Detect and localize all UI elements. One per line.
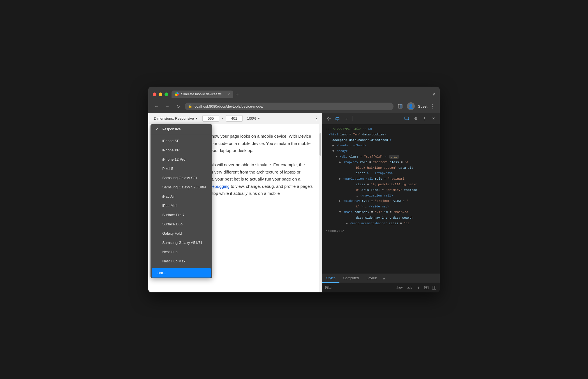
- title-bar: Simulate mobile devices with D × + ∨: [148, 87, 440, 101]
- address-wrapper: 🔒: [185, 103, 393, 110]
- new-tab-button[interactable]: +: [235, 91, 239, 97]
- height-input[interactable]: [226, 115, 243, 122]
- address-bar: ← → ↻ 🔒 👤 Guest ⋮: [148, 101, 440, 113]
- dropdown-item-label: Samsung Galaxy A51/71: [162, 241, 202, 245]
- dropdown-item-ipad-mini[interactable]: iPad Mini: [151, 201, 212, 210]
- page-area: Dimensions: Responsive ▼ × 100% ▼ ⋮ ✓ Re…: [148, 113, 322, 292]
- active-tab[interactable]: Simulate mobile devices with D ×: [172, 91, 233, 98]
- dropdown-item-iphone-se[interactable]: iPhone SE: [151, 136, 212, 145]
- maximize-button[interactable]: [165, 93, 168, 96]
- dropdown-item-galaxy-fold[interactable]: Galaxy Fold: [151, 229, 212, 238]
- tab-styles-label: Styles: [326, 276, 335, 280]
- dom-line-doctype: ··· <!DOCTYPE html> == $0: [326, 126, 436, 132]
- reload-button[interactable]: ↻: [174, 102, 182, 110]
- zoom-arrow-icon: ▼: [258, 117, 260, 120]
- dropdown-item-label: Galaxy Fold: [162, 231, 182, 235]
- devtools-bottom-tabs: Styles Computed Layout »: [322, 274, 440, 283]
- dropdown-item-iphone-12-pro[interactable]: iPhone 12 Pro: [151, 155, 212, 164]
- styles-filter-bar: :hov .cls +: [322, 283, 440, 292]
- dom-line-navrail: ▶ <navigation-rail role = "navigati clas…: [326, 176, 436, 198]
- browser-menu-icon[interactable]: ⋮: [430, 103, 435, 109]
- traffic-lights: [153, 93, 168, 96]
- dropdown-item-label: iPhone XR: [162, 148, 180, 152]
- more-options-button[interactable]: ⋮: [421, 115, 429, 123]
- checkmark-icon: ✓: [156, 127, 159, 131]
- dropdown-item-ipad-air[interactable]: iPad Air: [151, 192, 212, 201]
- svg-rect-5: [405, 117, 409, 120]
- add-style-button[interactable]: +: [416, 285, 421, 290]
- dropdown-item-iphone-xr[interactable]: iPhone XR: [151, 145, 212, 155]
- settings-button[interactable]: ⚙: [412, 115, 420, 123]
- svg-rect-1: [400, 104, 402, 108]
- minimize-button[interactable]: [159, 93, 162, 96]
- toggle-sidebar-button[interactable]: [431, 285, 437, 290]
- more-panels-icon: »: [346, 117, 348, 121]
- dropdown-item-nest-hub[interactable]: Nest Hub: [151, 247, 212, 256]
- width-input[interactable]: [202, 115, 219, 122]
- styles-filter-input[interactable]: [325, 286, 393, 290]
- lock-icon: 🔒: [188, 104, 192, 108]
- more-panels-button[interactable]: »: [342, 115, 350, 123]
- dropdown-item-pixel-5[interactable]: Pixel 5: [151, 164, 212, 173]
- forward-button[interactable]: →: [163, 102, 171, 110]
- tab-bar: Simulate mobile devices with D × + ∨: [172, 91, 435, 98]
- profile-icon: 👤: [408, 104, 414, 109]
- dropdown-item-responsive[interactable]: ✓ Responsive: [151, 124, 212, 134]
- svg-rect-3: [337, 120, 338, 121]
- dropdown-item-surface-duo[interactable]: Surface Duo: [151, 219, 212, 229]
- dropdown-item-samsung-a51[interactable]: Samsung Galaxy A51/71: [151, 238, 212, 247]
- dropdown-item-surface-pro[interactable]: Surface Pro 7: [151, 210, 212, 219]
- dom-line-main: ▼ <main tabindex = "-1" id = "main-co da…: [326, 210, 436, 221]
- dimensions-dropdown[interactable]: Dimensions: Responsive ▼: [152, 115, 200, 122]
- device-toolbar: Dimensions: Responsive ▼ × 100% ▼ ⋮ ✓ Re…: [148, 113, 322, 124]
- dropdown-item-label: Nest Hub: [162, 250, 177, 254]
- device-mode-button[interactable]: [334, 115, 341, 123]
- tab-computed[interactable]: Computed: [339, 274, 363, 283]
- scrollbar-thumb[interactable]: [320, 133, 321, 156]
- dropdown-item-label: Pixel 5: [162, 167, 173, 171]
- dom-line-sidenav: ▶ <side-nav type = "project" view = " t"…: [326, 198, 436, 210]
- dropdown-item-edit[interactable]: Edit...: [152, 268, 211, 278]
- dropdown-item-samsung-s20[interactable]: Samsung Galaxy S20 Ultra: [151, 182, 212, 192]
- back-button[interactable]: ←: [153, 102, 161, 110]
- address-input[interactable]: [185, 103, 393, 110]
- console-message-button[interactable]: [403, 115, 411, 123]
- tab-close-icon[interactable]: ×: [228, 92, 230, 96]
- devtools-toolbar: » ⚙ ⋮ ×: [322, 113, 440, 124]
- dropdown-item-nest-hub-max[interactable]: Nest Hub Max: [151, 256, 212, 266]
- dropdown-divider-2: [151, 267, 212, 267]
- profile-button[interactable]: 👤: [407, 102, 415, 110]
- dom-line-doctype-bottom: <!doctype>: [326, 226, 436, 234]
- tab-styles[interactable]: Styles: [322, 274, 339, 283]
- dom-line-scaffold: ▼ <div class = "scaffold" > grid: [326, 154, 436, 160]
- close-button[interactable]: [153, 93, 156, 96]
- dropdown-item-label: Surface Duo: [162, 222, 182, 226]
- new-style-rule-button[interactable]: [423, 285, 429, 290]
- zoom-dropdown[interactable]: 100% ▼: [245, 115, 263, 122]
- dropdown-item-label: iPhone 12 Pro: [162, 157, 185, 161]
- tab-layout[interactable]: Layout: [363, 274, 381, 283]
- tab-menu-icon[interactable]: ∨: [432, 92, 435, 96]
- chrome-favicon-icon: [175, 92, 179, 96]
- dropdown-item-samsung-s8[interactable]: Samsung Galaxy S8+: [151, 173, 212, 182]
- cls-toggle[interactable]: .cls: [406, 285, 413, 290]
- close-devtools-button[interactable]: ×: [430, 115, 437, 123]
- toolbar-separator: [353, 116, 353, 121]
- dropdown-item-label: Surface Pro 7: [162, 213, 185, 217]
- browser-window: Simulate mobile devices with D × + ∨ ← →…: [148, 87, 440, 292]
- dropdown-item-label: iPad Air: [162, 194, 175, 198]
- dom-line-html: <html lang = "en" data-cookies- accepted…: [326, 132, 436, 143]
- toolbar-more-icon[interactable]: ⋮: [314, 116, 319, 121]
- dropdown-item-label: Nest Hub Max: [162, 259, 185, 263]
- scrollbar[interactable]: [319, 124, 322, 292]
- tab-layout-label: Layout: [367, 276, 377, 280]
- dropdown-item-label: Samsung Galaxy S8+: [162, 176, 198, 180]
- dom-line-announcement: ▶ <announcement-banner class = "ha: [326, 221, 436, 227]
- hov-toggle[interactable]: :hov: [395, 285, 404, 290]
- tabs-more-button[interactable]: »: [381, 274, 387, 283]
- grid-badge: grid: [389, 155, 399, 159]
- inspect-element-button[interactable]: [325, 115, 332, 123]
- window-toggle-button[interactable]: [396, 102, 404, 110]
- back-icon: ←: [154, 104, 159, 109]
- dom-line-topnav: ▶ <top-nav role = "banner" class = "d bl…: [326, 160, 436, 176]
